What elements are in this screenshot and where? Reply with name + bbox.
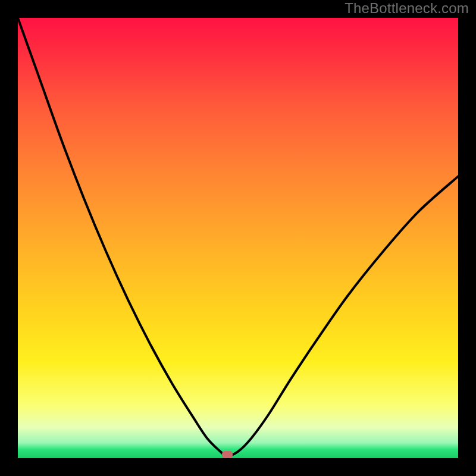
chart-frame: TheBottleneck.com (0, 0, 476, 476)
bottleneck-curve (18, 18, 458, 458)
watermark-text: TheBottleneck.com (345, 0, 469, 17)
bottleneck-curve-path (18, 18, 458, 456)
optimal-point-marker (222, 451, 233, 458)
plot-area (18, 18, 458, 458)
